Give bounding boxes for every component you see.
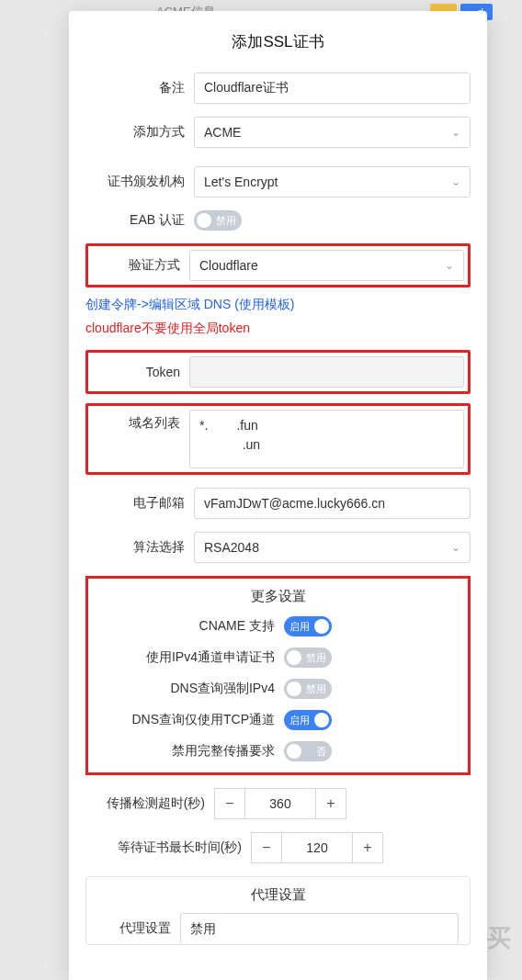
chevron-down-icon: ⌄ (451, 126, 460, 139)
cert-wait-plus[interactable]: + (352, 832, 383, 863)
eab-toggle[interactable]: 禁用 (194, 210, 242, 231)
token-template-link-row: 创建令牌->编辑区域 DNS (使用模板) (85, 297, 471, 313)
cert-wait-stepper: − 120 + (251, 832, 383, 863)
ca-label: 证书颁发机构 (85, 174, 185, 190)
token-input[interactable] (189, 356, 464, 388)
add-ssl-modal: 添加SSL证书 备注 Cloudflare证书 添加方式 ACME ⌄ 证书颁发… (69, 11, 487, 980)
algo-value: RSA2048 (204, 540, 259, 555)
dns-force-v4-toggle-text: 禁用 (306, 682, 326, 696)
verify-value: Cloudflare (199, 258, 258, 273)
proxy-value: 禁用 (190, 921, 216, 938)
email-input[interactable]: vFamJDwT@acme.lucky666.cn (194, 488, 471, 519)
row-proxy: 代理设置 禁用 (97, 913, 459, 944)
add-method-label: 添加方式 (85, 124, 185, 141)
ca-select[interactable]: Let's Encrypt ⌄ (194, 166, 471, 197)
ipv4-req-toggle[interactable]: 禁用 (284, 648, 332, 668)
modal-title: 添加SSL证书 (85, 31, 471, 52)
row-eab: EAB 认证 禁用 (85, 210, 471, 231)
domain-textarea[interactable]: *. .fun .un (189, 410, 464, 468)
row-ipv4-req: 使用IPv4通道申请证书 禁用 (96, 648, 460, 668)
cert-wait-minus[interactable]: − (251, 832, 282, 863)
cert-wait-value[interactable]: 120 (282, 832, 352, 863)
ca-value: Let's Encrypt (204, 175, 278, 189)
cname-toggle[interactable]: 启用 (284, 616, 332, 636)
prop-timeout-minus[interactable]: − (214, 788, 245, 819)
cloudflare-warning: cloudflare不要使用全局token (85, 321, 471, 337)
dns-tcp-toggle-text: 启用 (289, 714, 310, 727)
dns-force-v4-label: DNS查询强制IPv4 (96, 681, 284, 697)
ipv4-req-label: 使用IPv4通道申请证书 (96, 649, 284, 666)
cert-wait-label: 等待证书最长时间(秒) (85, 839, 242, 856)
disable-prop-toggle-text: 否 (316, 745, 326, 759)
row-prop-timeout: 传播检测超时(秒) − 360 + (85, 788, 471, 819)
dns-tcp-toggle[interactable]: 启用 (284, 710, 332, 730)
highlight-token: Token (85, 350, 471, 394)
row-cname: CNAME 支持 启用 (96, 616, 460, 636)
add-method-value: ACME (204, 125, 241, 140)
proxy-select[interactable]: 禁用 (180, 913, 459, 944)
eab-label: EAB 认证 (85, 212, 185, 229)
disable-prop-toggle[interactable]: 否 (284, 741, 332, 761)
highlight-domains: 域名列表 *. .fun .un (85, 403, 471, 475)
prop-timeout-label: 传播检测超时(秒) (85, 795, 205, 812)
prop-timeout-value[interactable]: 360 (245, 788, 315, 819)
more-settings-title: 更多设置 (96, 588, 460, 605)
row-remark: 备注 Cloudflare证书 (85, 73, 471, 104)
eab-toggle-text: 禁用 (216, 214, 236, 228)
row-email: 电子邮箱 vFamJDwT@acme.lucky666.cn (85, 488, 471, 519)
proxy-card: 代理设置 代理设置 禁用 (85, 876, 471, 945)
row-cert-wait: 等待证书最长时间(秒) − 120 + (85, 832, 471, 863)
row-disable-prop: 禁用完整传播要求 否 (96, 741, 460, 761)
token-template-link[interactable]: 创建令牌->编辑区域 DNS (使用模板) (85, 297, 295, 311)
algo-label: 算法选择 (85, 539, 185, 556)
algo-select[interactable]: RSA2048 ⌄ (194, 532, 471, 563)
remark-value: Cloudflare证书 (204, 80, 289, 96)
email-value: vFamJDwT@acme.lucky666.cn (204, 496, 385, 511)
cname-toggle-text: 启用 (289, 620, 310, 634)
cname-label: CNAME 支持 (96, 618, 284, 635)
chevron-down-icon: ⌄ (445, 259, 454, 272)
row-add-method: 添加方式 ACME ⌄ (85, 117, 471, 148)
proxy-card-title: 代理设置 (97, 886, 459, 904)
dns-tcp-label: DNS查询仅使用TCP通道 (96, 712, 284, 728)
row-ca: 证书颁发机构 Let's Encrypt ⌄ (85, 166, 471, 197)
add-method-select[interactable]: ACME ⌄ (194, 117, 471, 148)
row-token: Token (92, 356, 464, 388)
verify-label: 验证方式 (92, 257, 180, 274)
row-dns-force-v4: DNS查询强制IPv4 禁用 (96, 679, 460, 699)
email-label: 电子邮箱 (85, 495, 185, 512)
row-dns-tcp: DNS查询仅使用TCP通道 启用 (96, 710, 460, 730)
prop-timeout-plus[interactable]: + (315, 788, 346, 819)
row-domains: 域名列表 *. .fun .un (92, 410, 464, 468)
prop-timeout-stepper: − 360 + (214, 788, 346, 819)
more-settings-box: 更多设置 CNAME 支持 启用 使用IPv4通道申请证书 禁用 DNS查询强制… (85, 576, 471, 775)
dns-force-v4-toggle[interactable]: 禁用 (284, 679, 332, 699)
remark-input[interactable]: Cloudflare证书 (194, 73, 471, 104)
highlight-verify: 验证方式 Cloudflare ⌄ (85, 243, 471, 287)
remark-label: 备注 (85, 80, 185, 96)
disable-prop-label: 禁用完整传播要求 (96, 743, 284, 760)
ipv4-req-toggle-text: 禁用 (306, 651, 326, 665)
domain-label: 域名列表 (92, 410, 180, 432)
token-label: Token (92, 365, 180, 379)
verify-select[interactable]: Cloudflare ⌄ (189, 250, 464, 281)
row-verify: 验证方式 Cloudflare ⌄ (92, 250, 464, 281)
domain-value: *. .fun .un (199, 418, 260, 452)
proxy-label: 代理设置 (97, 920, 171, 937)
row-algo: 算法选择 RSA2048 ⌄ (85, 532, 471, 563)
chevron-down-icon: ⌄ (451, 541, 460, 554)
chevron-down-icon: ⌄ (451, 175, 460, 188)
